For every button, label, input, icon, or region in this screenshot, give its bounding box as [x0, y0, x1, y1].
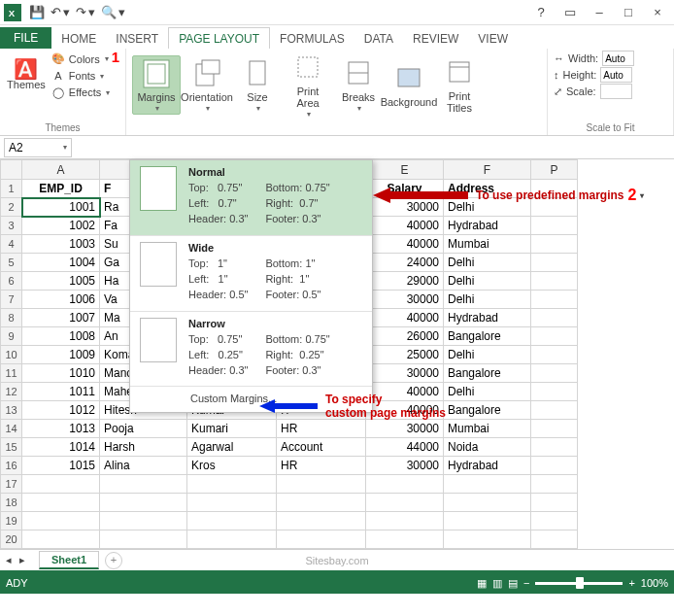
close-icon[interactable]: × — [645, 3, 670, 22]
cell[interactable]: 30000 — [366, 291, 444, 309]
cell[interactable]: Delhi — [444, 272, 531, 291]
cell[interactable]: 1015 — [22, 457, 100, 475]
cell[interactable]: 1009 — [22, 346, 100, 364]
cell[interactable]: 1002 — [22, 217, 100, 235]
row-header[interactable]: 8 — [1, 309, 22, 327]
cell[interactable]: 25000 — [366, 346, 444, 364]
cell[interactable] — [366, 512, 444, 530]
cell[interactable] — [100, 475, 187, 494]
cell[interactable]: Harsh — [100, 438, 187, 457]
scale-height-row[interactable]: ↕Height: — [554, 67, 667, 83]
cell[interactable]: 40000 — [366, 235, 444, 254]
cell[interactable]: Mumbai — [444, 420, 531, 438]
cell[interactable] — [187, 530, 277, 549]
cell[interactable]: Kumari — [187, 420, 277, 438]
cell[interactable]: 1013 — [22, 420, 100, 438]
cell[interactable]: HR — [277, 420, 366, 438]
row-header[interactable]: 12 — [1, 383, 22, 401]
cell[interactable]: Kros — [187, 457, 277, 475]
cell[interactable] — [531, 475, 578, 494]
cell[interactable]: Mumbai — [444, 235, 531, 254]
margins-option-wide[interactable]: Wide Top: 1"Left: 1"Header: 0.5" Bottom:… — [130, 236, 372, 311]
cell[interactable]: HR — [277, 457, 366, 475]
cell[interactable]: Delhi — [444, 291, 531, 309]
maximize-icon[interactable]: □ — [616, 3, 641, 22]
cell[interactable] — [22, 475, 100, 494]
row-header[interactable]: 11 — [1, 364, 22, 383]
col-header-A[interactable]: A — [22, 160, 100, 180]
cell[interactable]: Bangalore — [444, 364, 531, 383]
scale-scale-row[interactable]: ⤢Scale: — [554, 84, 667, 99]
row-header[interactable]: 9 — [1, 327, 22, 346]
cell[interactable] — [531, 420, 578, 438]
print-area-button[interactable]: Print Area▾ — [284, 51, 332, 120]
qat-touch-icon[interactable]: 🔍▾ — [101, 5, 125, 19]
cell[interactable] — [531, 383, 578, 401]
scale-width-row[interactable]: ↔Width: — [554, 51, 667, 66]
cell[interactable] — [22, 512, 100, 530]
cell[interactable]: 1010 — [22, 364, 100, 383]
row-header[interactable]: 14 — [1, 420, 22, 438]
scale-height-input[interactable] — [600, 67, 632, 83]
cell[interactable] — [531, 512, 578, 530]
cell[interactable] — [531, 272, 578, 291]
cell[interactable] — [100, 512, 187, 530]
cell[interactable] — [187, 494, 277, 512]
zoom-slider[interactable] — [535, 582, 623, 585]
row-header[interactable]: 16 — [1, 457, 22, 475]
cell[interactable]: 40000 — [366, 309, 444, 327]
zoom-out-icon[interactable]: − — [523, 577, 529, 589]
cell[interactable] — [22, 494, 100, 512]
col-header-F[interactable]: F — [444, 160, 531, 180]
print-titles-button[interactable]: Print Titles — [435, 55, 484, 114]
cell[interactable] — [187, 512, 277, 530]
cell[interactable] — [277, 512, 366, 530]
cell[interactable] — [187, 475, 277, 494]
cell[interactable]: Noida — [444, 438, 531, 457]
cell[interactable] — [444, 494, 531, 512]
cell[interactable]: 29000 — [366, 272, 444, 291]
breaks-button[interactable]: Breaks▾ — [334, 56, 383, 114]
cell[interactable] — [444, 530, 531, 549]
sheet-nav-prev-icon[interactable]: ◂ — [6, 554, 12, 566]
cell[interactable]: Delhi — [444, 383, 531, 401]
add-sheet-button[interactable]: + — [105, 552, 122, 569]
cell[interactable]: 1011 — [22, 383, 100, 401]
view-break-icon[interactable]: ▤ — [508, 577, 518, 590]
cell[interactable] — [531, 401, 578, 420]
row-header[interactable]: 3 — [1, 217, 22, 235]
cell[interactable]: 1003 — [22, 235, 100, 254]
name-box[interactable]: A2▾ — [4, 138, 72, 157]
cell[interactable] — [100, 530, 187, 549]
tab-home[interactable]: HOME — [51, 28, 106, 49]
cell[interactable] — [531, 291, 578, 309]
scale-value-input[interactable] — [600, 84, 632, 99]
cell[interactable] — [531, 235, 578, 254]
row-header[interactable]: 13 — [1, 401, 22, 420]
cell[interactable]: Agarwal — [187, 438, 277, 457]
cell[interactable] — [277, 494, 366, 512]
zoom-in-icon[interactable]: + — [628, 577, 634, 589]
cell[interactable]: EMP_ID — [22, 180, 100, 198]
sheet-tab-sheet1[interactable]: Sheet1 — [39, 551, 99, 569]
cell[interactable] — [444, 512, 531, 530]
cell[interactable]: Hydrabad — [444, 217, 531, 235]
cell[interactable]: Account — [277, 438, 366, 457]
cell[interactable]: 1005 — [22, 272, 100, 291]
size-button[interactable]: Size▾ — [233, 56, 282, 114]
cell[interactable]: 1008 — [22, 327, 100, 346]
background-button[interactable]: Background — [385, 61, 433, 108]
cell[interactable]: 24000 — [366, 254, 444, 272]
cell[interactable]: 1001 — [22, 198, 100, 217]
help-icon[interactable]: ? — [528, 3, 554, 22]
cell[interactable]: Bangalore — [444, 327, 531, 346]
cell[interactable] — [531, 217, 578, 235]
row-header[interactable]: 2 — [1, 198, 22, 217]
cell[interactable]: 40000 — [366, 217, 444, 235]
fonts-button[interactable]: AFonts▾ — [51, 68, 119, 84]
cell[interactable] — [531, 309, 578, 327]
row-header[interactable]: 17 — [1, 475, 22, 494]
cell[interactable] — [366, 475, 444, 494]
row-header[interactable]: 15 — [1, 438, 22, 457]
cell[interactable] — [277, 475, 366, 494]
